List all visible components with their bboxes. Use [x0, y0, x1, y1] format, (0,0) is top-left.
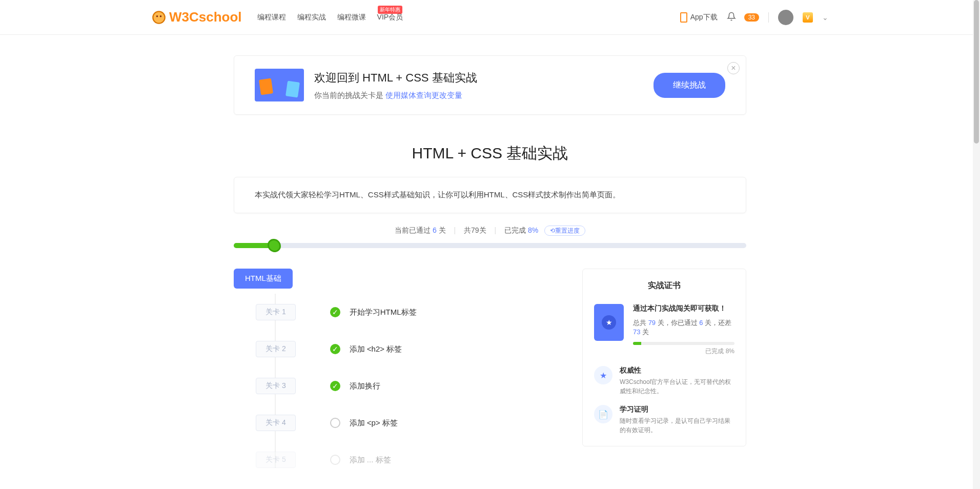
level-stage-chip: 关卡 2	[256, 341, 296, 357]
feature-item: ★ 权威性 W3Cschool官方平台认证，无可替代的权威性和纪念性。	[594, 366, 734, 396]
level-title-link[interactable]: 添加 <h2> 标签	[350, 344, 402, 354]
cert-stats: 总共 79 关，你已通过 6 关，还差 73 关	[633, 318, 734, 337]
certificate-card: 实战证书 通过本门实战闯关即可获取！ 总共 79 关，你已通过 6 关，还差 7…	[582, 269, 746, 446]
level-title-link[interactable]: 开始学习HTML标签	[350, 308, 417, 317]
level-stage-chip: 关卡 5	[256, 452, 296, 468]
circle-icon	[330, 418, 340, 428]
level-timeline: 关卡 1 ✓ 开始学习HTML标签 关卡 2 ✓ 添加 <h2> 标签 关卡 3…	[275, 294, 567, 468]
progress-info: 当前已通过 6 关 | 共79关 | 已完成 8% ⟲重置进度	[234, 226, 746, 235]
list-item: 关卡 2 ✓ 添加 <h2> 标签	[275, 331, 567, 368]
check-icon: ✓	[330, 344, 340, 354]
vip-badge-icon[interactable]: V	[803, 12, 813, 23]
logo-text: W3Cschool	[169, 9, 242, 25]
level-title-link[interactable]: 添加换行	[350, 381, 380, 391]
cert-headline: 通过本门实战闯关即可获取！	[633, 304, 734, 313]
description-card: 本实战代领大家轻松学习HTML、CSS样式基础知识，让你可以利用HTML、CSS…	[234, 177, 746, 213]
section-chip[interactable]: HTML基础	[234, 269, 293, 289]
welcome-title: 欢迎回到 HTML + CSS 基础实战	[314, 70, 477, 86]
reset-progress-button[interactable]: ⟲重置进度	[544, 226, 585, 236]
level-stage-chip: 关卡 3	[256, 378, 296, 394]
scrollbar-track[interactable]	[973, 0, 980, 468]
nav-micro[interactable]: 编程微课	[337, 13, 366, 22]
user-avatar[interactable]	[778, 10, 793, 25]
nav-vip[interactable]: 新年特惠 VIP会员	[377, 13, 403, 22]
progress-thumb-icon	[268, 239, 281, 252]
current-challenge-link[interactable]: 使用媒体查询更改变量	[385, 91, 462, 99]
list-item: 关卡 1 ✓ 开始学习HTML标签	[275, 294, 567, 331]
level-title-link[interactable]: 添加 <p> 标签	[350, 418, 398, 428]
progress-bar	[234, 243, 746, 248]
welcome-card: 欢迎回到 HTML + CSS 基础实战 你当前的挑战关卡是 使用媒体查询更改变…	[234, 55, 746, 115]
circle-icon	[330, 455, 340, 465]
list-item: 关卡 5 添加 ... 标签	[275, 441, 567, 468]
level-stage-chip: 关卡 4	[256, 415, 296, 431]
document-icon: 📄	[594, 405, 612, 423]
bell-icon	[727, 14, 736, 23]
notifications-button[interactable]	[727, 12, 736, 23]
main-nav: 编程课程 编程实战 编程微课 新年特惠 VIP会员	[257, 13, 403, 22]
svg-point-0	[153, 11, 165, 23]
feature-desc: 随时查看学习记录，是认可自己学习结果的有效证明。	[620, 416, 734, 435]
divider	[768, 12, 769, 23]
level-title-link[interactable]: 添加 ... 标签	[350, 455, 391, 465]
feature-item: 📄 学习证明 随时查看学习记录，是认可自己学习结果的有效证明。	[594, 405, 734, 435]
app-download-link[interactable]: App下载	[680, 12, 718, 23]
logo-icon	[152, 10, 166, 25]
svg-point-1	[156, 15, 158, 17]
feature-title: 学习证明	[620, 405, 734, 414]
welcome-subtitle: 你当前的挑战关卡是 使用媒体查询更改变量	[314, 91, 477, 100]
check-icon: ✓	[330, 307, 340, 317]
scrollbar-thumb[interactable]	[974, 0, 979, 144]
logo[interactable]: W3Cschool	[152, 9, 242, 25]
passed-count: 6	[433, 226, 437, 234]
cert-progress-label: 已完成 8%	[633, 347, 734, 356]
svg-point-2	[160, 15, 162, 17]
star-icon: ★	[594, 366, 612, 384]
list-item: 关卡 4 添加 <p> 标签	[275, 404, 567, 441]
feature-title: 权威性	[620, 366, 734, 375]
cert-title: 实战证书	[594, 280, 734, 291]
total-count: 共79关	[464, 226, 486, 234]
header: W3Cschool 编程课程 编程实战 编程微课 新年特惠 VIP会员 App下…	[0, 0, 980, 35]
level-stage-chip: 关卡 1	[256, 304, 296, 320]
certificate-icon	[594, 304, 624, 341]
progress-fill	[234, 243, 275, 248]
list-item: 关卡 3 ✓ 添加换行	[275, 368, 567, 404]
nav-vip-badge: 新年特惠	[378, 6, 402, 14]
done-percent: 8%	[528, 226, 538, 234]
welcome-illustration	[255, 69, 304, 101]
nav-practice[interactable]: 编程实战	[297, 13, 326, 22]
notification-count: 33	[744, 13, 759, 22]
feature-desc: W3Cschool官方平台认证，无可替代的权威性和纪念性。	[620, 377, 734, 396]
phone-icon	[680, 12, 687, 23]
continue-button[interactable]: 继续挑战	[654, 73, 725, 98]
close-icon[interactable]: ×	[727, 62, 740, 74]
check-icon: ✓	[330, 381, 340, 391]
page-title: HTML + CSS 基础实战	[234, 143, 746, 164]
nav-courses[interactable]: 编程课程	[257, 13, 286, 22]
cert-progress-bar	[633, 342, 734, 345]
chevron-down-icon[interactable]: ⌄	[822, 13, 828, 22]
